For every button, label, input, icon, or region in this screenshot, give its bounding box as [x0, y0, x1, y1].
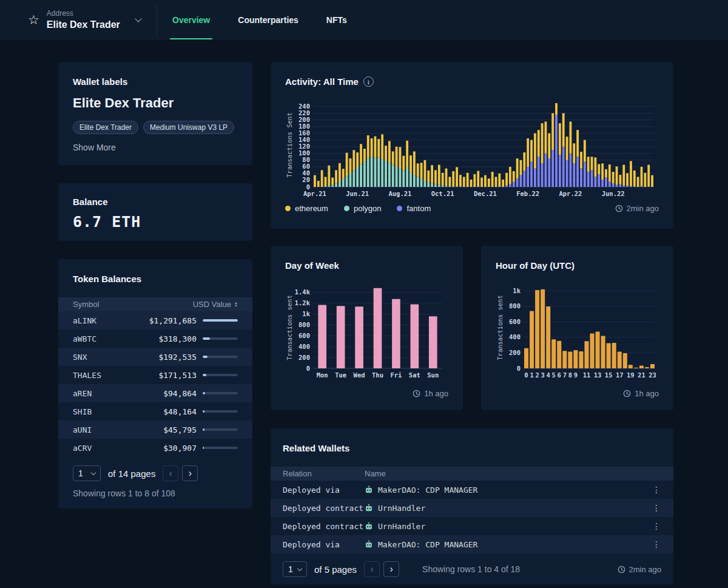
related-pagination: 1 of 5 pages ‹ › Showing rows 1 to 4 of …: [271, 561, 673, 577]
table-row[interactable]: Deployed viaMakerDAO: CDP MANAGER⋮: [271, 535, 673, 553]
token-usd-value: $94,864: [163, 389, 197, 398]
favorite-star-icon[interactable]: ☆: [28, 13, 39, 26]
legend-item-ethereum[interactable]: ethereum: [285, 204, 328, 213]
show-more-link[interactable]: Show More: [73, 143, 238, 152]
pages-count-text: of 14 pages: [108, 468, 155, 479]
svg-text:Jun.21: Jun.21: [346, 190, 369, 197]
token-symbol: SHIB: [73, 407, 163, 416]
table-row[interactable]: aCRV$30,907: [58, 439, 252, 457]
name-column-header: Name: [365, 469, 386, 478]
symbol-column-header: Symbol: [73, 300, 193, 309]
token-symbol: aLINK: [73, 316, 149, 325]
token-usd-value: $318,300: [158, 334, 197, 343]
table-row[interactable]: aREN$94,864: [58, 384, 252, 402]
page-select[interactable]: 1: [283, 561, 307, 577]
relation-column-header: Relation: [283, 469, 365, 478]
label-badge[interactable]: Elite Dex Trader: [73, 121, 138, 134]
refresh-clock-icon: [615, 204, 623, 212]
token-value-bar: [203, 447, 238, 449]
token-balances-card: Token Balances Symbol USD Value ▲▼ aLINK…: [58, 259, 252, 509]
svg-text:Transactions Sent: Transactions Sent: [286, 112, 293, 177]
chevron-down-icon: [297, 566, 302, 571]
prev-page-button[interactable]: ‹: [364, 561, 380, 577]
svg-text:15: 15: [605, 371, 613, 379]
last-updated: 1h ago: [623, 389, 659, 398]
day-of-week-chart[interactable]: 02004006008001k1.2k1.4kMonTueWedThuFriSa…: [285, 281, 448, 385]
tab-nfts[interactable]: NFTs: [326, 0, 347, 39]
related-wallets-title: Related Wallets: [271, 443, 673, 453]
info-icon[interactable]: i: [363, 76, 374, 87]
legend-dot: [344, 206, 349, 211]
label-badge[interactable]: Medium Uniswap V3 LP: [143, 121, 234, 134]
legend-item-fantom[interactable]: fantom: [397, 204, 431, 213]
tab-counterparties[interactable]: Counterparties: [238, 0, 298, 39]
tab-overview[interactable]: Overview: [172, 0, 210, 39]
wallet-name-link[interactable]: UrnHandler: [365, 522, 652, 531]
table-row[interactable]: aWBTC$318,300: [58, 329, 252, 348]
kebab-menu-icon[interactable]: ⋮: [652, 485, 661, 495]
svg-text:21: 21: [638, 371, 645, 379]
token-pagination: 1 of 14 pages ‹ ›: [58, 465, 252, 481]
svg-text:0: 0: [306, 183, 310, 191]
wallet-labels-title: Wallet labels: [73, 76, 238, 87]
next-page-button[interactable]: ›: [182, 465, 198, 481]
wallet-name-link[interactable]: UrnHandler: [365, 504, 652, 513]
table-row[interactable]: THALES$171,513: [58, 366, 252, 384]
svg-text:Dec.21: Dec.21: [474, 190, 497, 197]
token-usd-value: $192,535: [158, 353, 197, 362]
last-updated: 2min ago: [618, 565, 661, 574]
page-select[interactable]: 1: [73, 465, 101, 481]
svg-text:Fri: Fri: [390, 371, 402, 379]
svg-text:240: 240: [298, 103, 310, 110]
token-value-bar: [203, 337, 238, 340]
relation-cell: Deployed via: [283, 540, 365, 549]
svg-text:0: 0: [517, 365, 521, 372]
svg-text:1.2k: 1.2k: [295, 299, 311, 306]
svg-text:Oct.21: Oct.21: [431, 190, 454, 197]
token-symbol: SNX: [73, 353, 158, 362]
table-row[interactable]: Deployed contractUrnHandler⋮: [271, 517, 673, 535]
top-bar: ☆ Address Elite Dex Trader OverviewCount…: [0, 0, 728, 39]
table-row[interactable]: aUNI$45,795: [58, 421, 252, 439]
activity-card: Activity: All Time i 0204060801001201401…: [271, 62, 673, 229]
table-row[interactable]: Deployed viaMakerDAO: CDP MANAGER⋮: [271, 481, 673, 499]
token-symbol: aREN: [73, 389, 163, 398]
svg-text:1: 1: [530, 371, 533, 379]
svg-text:80: 80: [302, 156, 310, 163]
table-row[interactable]: SNX$192,535: [58, 348, 252, 366]
wallet-name-link[interactable]: MakerDAO: CDP MANAGER: [365, 485, 652, 495]
balance-card: Balance 6.7 ETH: [58, 183, 252, 241]
table-row[interactable]: SHIB$48,164: [58, 402, 252, 421]
svg-text:23: 23: [649, 371, 656, 379]
hour-of-day-chart[interactable]: 02004006008001k012345678911131517192123T…: [496, 281, 659, 385]
usd-value-sort-header[interactable]: USD Value ▲▼: [193, 300, 238, 309]
svg-text:20: 20: [302, 176, 310, 183]
next-page-button[interactable]: ›: [383, 561, 399, 577]
showing-rows-text: Showing rows 1 to 8 of 108: [58, 488, 252, 498]
chevron-down-icon[interactable]: [135, 15, 141, 22]
svg-text:220: 220: [298, 109, 310, 117]
activity-title: Activity: All Time: [285, 76, 359, 87]
kebab-menu-icon[interactable]: ⋮: [652, 539, 661, 549]
activity-chart[interactable]: 020406080100120140160180200220240Apr.21J…: [285, 98, 659, 203]
legend-item-polygon[interactable]: polygon: [344, 204, 382, 213]
prev-page-button[interactable]: ‹: [163, 465, 178, 481]
kebab-menu-icon[interactable]: ⋮: [652, 521, 661, 531]
svg-text:9: 9: [574, 371, 578, 379]
token-symbol: aWBTC: [73, 334, 158, 343]
last-updated: 1h ago: [413, 389, 448, 398]
svg-text:Aug.21: Aug.21: [388, 190, 411, 197]
token-balances-title: Token Balances: [58, 274, 252, 284]
address-selector[interactable]: ☆ Address Elite Dex Trader: [28, 0, 141, 39]
wallet-name: Elite Dex Trader: [73, 95, 238, 111]
svg-text:40: 40: [302, 169, 310, 177]
table-row[interactable]: aLINK$1,291,685: [58, 311, 252, 329]
refresh-clock-icon: [618, 566, 625, 573]
svg-text:17: 17: [616, 371, 624, 379]
svg-text:7: 7: [563, 371, 567, 379]
relation-cell: Deployed contract: [283, 522, 365, 531]
wallet-name-link[interactable]: MakerDAO: CDP MANAGER: [365, 540, 652, 549]
kebab-menu-icon[interactable]: ⋮: [652, 503, 661, 513]
token-usd-value: $48,164: [163, 407, 197, 416]
table-row[interactable]: Deployed contractUrnHandler⋮: [271, 499, 673, 517]
